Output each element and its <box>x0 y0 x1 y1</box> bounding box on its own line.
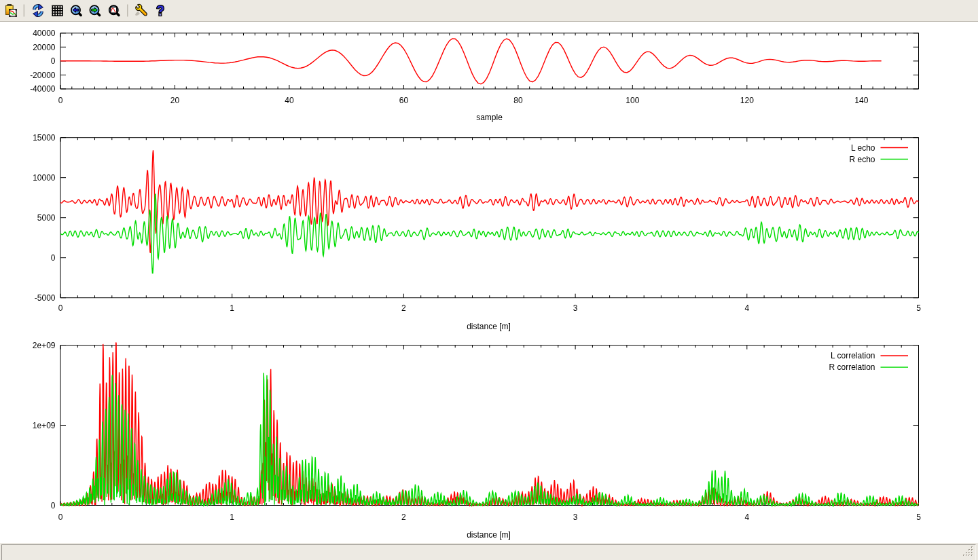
svg-text:2: 2 <box>401 512 406 522</box>
svg-text:15000: 15000 <box>33 133 56 143</box>
svg-text:100: 100 <box>626 96 639 105</box>
svg-text:0: 0 <box>51 501 56 510</box>
svg-text:-40000: -40000 <box>30 84 56 94</box>
svg-text:5000: 5000 <box>37 213 56 223</box>
svg-text:20000: 20000 <box>33 43 56 52</box>
svg-text:distance [m]: distance [m] <box>467 322 511 331</box>
svg-text:1: 1 <box>230 512 234 522</box>
svg-text:1: 1 <box>230 303 234 313</box>
svg-text:L correlation: L correlation <box>831 351 875 360</box>
svg-text:60: 60 <box>399 96 409 105</box>
svg-text:40: 40 <box>285 96 294 105</box>
svg-text:0: 0 <box>58 303 63 313</box>
svg-text:-20000: -20000 <box>30 71 56 80</box>
svg-text:sample: sample <box>476 113 503 122</box>
svg-text:2: 2 <box>401 303 406 313</box>
svg-text:20: 20 <box>170 96 180 105</box>
svg-text:1e+09: 1e+09 <box>33 421 56 430</box>
svg-text:-5000: -5000 <box>35 293 56 303</box>
svg-text:10000: 10000 <box>33 173 56 183</box>
svg-text:0: 0 <box>51 253 56 263</box>
svg-text:5: 5 <box>916 512 921 522</box>
svg-text:120: 120 <box>740 96 754 105</box>
svg-text:3: 3 <box>573 512 578 522</box>
svg-text:40000: 40000 <box>33 29 56 38</box>
svg-text:4: 4 <box>744 512 749 522</box>
svg-text:0: 0 <box>58 512 63 522</box>
svg-text:R echo: R echo <box>849 155 875 164</box>
svg-text:0: 0 <box>58 96 63 105</box>
svg-text:80: 80 <box>513 96 523 105</box>
svg-text:5: 5 <box>916 303 921 313</box>
svg-text:3: 3 <box>573 303 578 313</box>
svg-text:4: 4 <box>744 303 749 313</box>
svg-text:L echo: L echo <box>851 143 875 153</box>
svg-text:distance [m]: distance [m] <box>467 530 511 540</box>
svg-text:0: 0 <box>51 56 56 66</box>
svg-text:140: 140 <box>854 96 868 105</box>
svg-text:2e+09: 2e+09 <box>33 341 56 350</box>
svg-text:R correlation: R correlation <box>829 362 875 372</box>
